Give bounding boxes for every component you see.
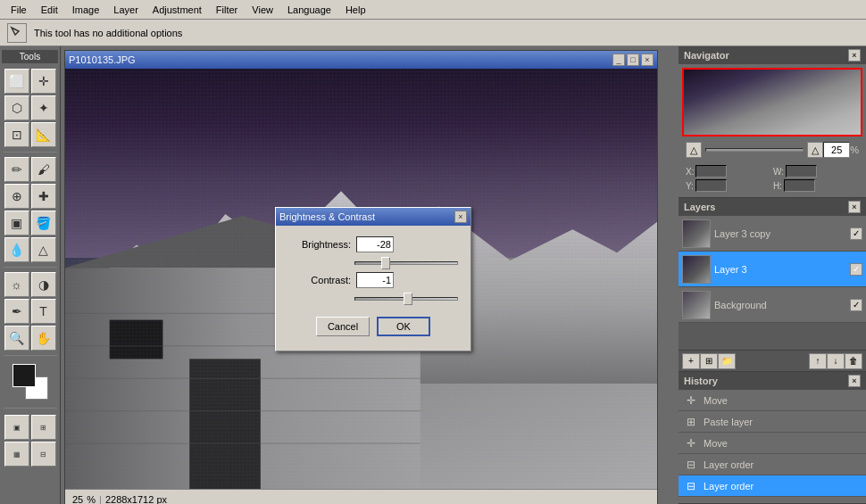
menu-adjustment[interactable]: Adjustment <box>146 3 209 17</box>
tool-blur[interactable]: 💧 <box>4 237 29 262</box>
tool-pen[interactable]: ✒ <box>4 299 29 324</box>
bc-dialog-close-button[interactable]: × <box>454 211 467 223</box>
layers-new-button[interactable]: + <box>682 353 700 369</box>
menu-image[interactable]: Image <box>65 3 107 17</box>
layers-toolbar: + ⊞ 📁 ↑ ↓ 🗑 <box>679 350 866 371</box>
tool-wand[interactable]: ✦ <box>31 95 56 120</box>
layers-delete-button[interactable]: 🗑 <box>845 353 862 369</box>
brightness-contrast-dialog: Brightness & Contrast × Brightness: -28 <box>275 207 471 351</box>
layer-thumb-layer3 <box>682 255 711 284</box>
layer-item-layer3copy[interactable]: Layer 3 copy ✓ <box>679 216 866 252</box>
tool-crop[interactable]: ⊡ <box>4 122 29 147</box>
tools-divider-2 <box>4 267 57 268</box>
layer-thumb-background <box>682 291 711 319</box>
history-close-button[interactable]: × <box>848 375 861 387</box>
navigator-y-label: Y: <box>686 181 694 191</box>
navigator-zoom-value[interactable]: 25 <box>823 142 850 158</box>
tool-grid-1[interactable]: ▣ <box>4 415 29 440</box>
menu-file[interactable]: File <box>4 3 34 17</box>
doc-maximize-button[interactable]: □ <box>627 54 639 66</box>
tool-move[interactable]: ✛ <box>31 69 56 94</box>
tools-panel: Tools ⬜ ✛ ⬡ ✦ ⊡ 📐 ✏ 🖌 ⊕ ✚ ▣ 🪣 💧 △ <box>0 46 61 504</box>
zoom-unit: % <box>87 494 96 505</box>
bc-dialog-buttons: Cancel OK <box>288 317 458 340</box>
tool-fill[interactable]: 🪣 <box>31 211 56 235</box>
brightness-value[interactable]: -28 <box>356 236 394 252</box>
tool-heal[interactable]: ✚ <box>31 184 56 209</box>
history-item-3[interactable]: ⊟ Layer order <box>679 454 866 475</box>
navigator-preview[interactable] <box>682 68 862 136</box>
navigator-h-label: H: <box>773 181 782 191</box>
history-label-2: Move <box>704 438 728 449</box>
navigator-zoom-slider[interactable] <box>705 148 804 152</box>
layers-group-button[interactable]: 📁 <box>718 353 736 369</box>
navigator-zoom-out-button[interactable]: △ <box>686 142 702 158</box>
doc-statusbar: 25 % | 2288x1712 px <box>65 489 657 504</box>
navigator-close-button[interactable]: × <box>848 49 861 62</box>
foreground-color[interactable] <box>12 364 36 387</box>
layer-item-layer3[interactable]: Layer 3 ✓ <box>679 252 866 287</box>
menu-filter[interactable]: Filter <box>209 3 245 17</box>
navigator-x-value[interactable] <box>695 165 727 178</box>
navigator-zoom-in-button[interactable]: △ <box>807 142 823 158</box>
navigator-w-value[interactable] <box>786 165 817 178</box>
menu-language[interactable]: Language <box>280 3 338 17</box>
navigator-controls: △ △ 25 % <box>682 140 862 160</box>
menu-edit[interactable]: Edit <box>34 3 65 17</box>
color-selector[interactable] <box>12 364 48 400</box>
tool-text[interactable]: T <box>31 299 56 324</box>
tool-grid-4[interactable]: ⊟ <box>31 442 56 467</box>
layer-visibility-layer3copy[interactable]: ✓ <box>850 227 862 240</box>
tool-grid-2[interactable]: ⊞ <box>31 415 56 440</box>
tool-grid-3[interactable]: ▦ <box>4 442 29 467</box>
tool-lasso[interactable]: ⬡ <box>4 95 29 120</box>
history-icon-0: ✛ <box>684 393 698 408</box>
tool-burn[interactable]: ◑ <box>31 272 56 297</box>
menu-help[interactable]: Help <box>338 3 373 17</box>
history-item-0[interactable]: ✛ Move <box>679 390 866 411</box>
navigator-zoom-unit: % <box>850 145 859 155</box>
tool-zoom[interactable]: 🔍 <box>4 326 29 351</box>
history-item-4[interactable]: ⊟ Layer order <box>679 475 866 497</box>
history-icon-3: ⊟ <box>684 458 698 472</box>
tool-hand[interactable]: ✋ <box>31 326 56 351</box>
history-item-2[interactable]: ✛ Move <box>679 433 866 454</box>
tools-divider-3 <box>4 355 57 356</box>
zoom-level: 25 <box>72 494 83 505</box>
layers-up-button[interactable]: ↑ <box>809 353 827 369</box>
tool-eraser[interactable]: ▣ <box>4 211 29 235</box>
layers-down-button[interactable]: ↓ <box>827 353 845 369</box>
history-item-1[interactable]: ⊞ Paste layer <box>679 411 866 433</box>
tool-pencil[interactable]: ✏ <box>4 157 29 182</box>
tool-dodge[interactable]: ☼ <box>4 272 29 297</box>
layers-duplicate-button[interactable]: ⊞ <box>700 353 718 369</box>
bc-ok-button[interactable]: OK <box>377 317 430 336</box>
doc-minimize-button[interactable]: _ <box>612 54 625 66</box>
tool-select[interactable]: ⬜ <box>4 69 29 94</box>
layer-visibility-layer3[interactable]: ✓ <box>850 263 862 276</box>
tool-brush[interactable]: 🖌 <box>31 157 56 182</box>
navigator-title: Navigator <box>684 50 729 61</box>
contrast-value[interactable]: -1 <box>356 272 394 288</box>
tool-smudge[interactable]: △ <box>31 237 56 262</box>
navigator-titlebar: Navigator × <box>679 46 866 64</box>
layers-titlebar: Layers × <box>679 198 866 216</box>
navigator-y-value[interactable] <box>695 179 727 192</box>
layers-close-button[interactable]: × <box>848 201 861 213</box>
bc-cancel-button[interactable]: Cancel <box>316 317 370 336</box>
doc-close-button[interactable]: × <box>641 54 654 66</box>
history-icon-4: ⊟ <box>684 479 698 493</box>
tool-measure[interactable]: 📐 <box>31 122 56 147</box>
history-label-0: Move <box>704 395 728 406</box>
tool-icon <box>7 23 27 43</box>
navigator-h-value[interactable] <box>784 179 815 192</box>
menu-view[interactable]: View <box>245 3 280 17</box>
layer-visibility-background[interactable]: ✓ <box>850 299 862 311</box>
menu-layer[interactable]: Layer <box>106 3 146 17</box>
menu-bar: File Edit Image Layer Adjustment Filter … <box>0 0 866 20</box>
layer-item-background[interactable]: Background ✓ <box>679 287 866 323</box>
tool-clone[interactable]: ⊕ <box>4 184 29 209</box>
contrast-slider[interactable] <box>354 297 458 301</box>
brightness-slider[interactable] <box>354 261 458 265</box>
options-hint: This tool has no additional options <box>34 28 182 38</box>
